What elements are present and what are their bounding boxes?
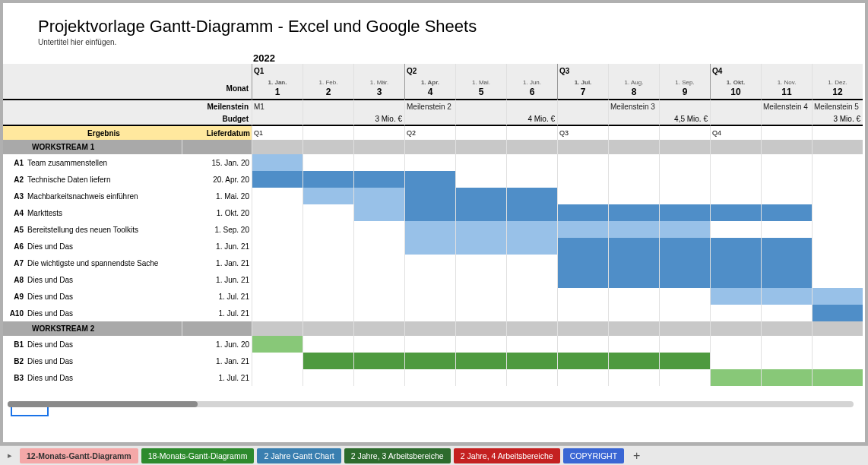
milestone-cell[interactable] (659, 99, 710, 112)
milestone-cell[interactable] (710, 99, 761, 112)
spreadsheet-canvas[interactable]: Projektvorlage Gantt-Diagramm - Excel un… (3, 3, 865, 442)
ergebnis-cell[interactable] (303, 126, 353, 140)
task-row[interactable]: B2Dies und Das1. Jan. 21 (3, 353, 865, 369)
task-row[interactable]: A2Technische Daten liefern20. Apr. 20 (3, 171, 865, 188)
month-cell[interactable]: 1. Sep.9 (659, 78, 710, 99)
page-subtitle: Untertitel hier einfügen. (3, 38, 865, 52)
sheet-tab[interactable]: 2 Jahre, 3 Arbeitsbereiche (344, 448, 451, 463)
quarter-cell[interactable] (353, 64, 404, 78)
milestone-cell[interactable] (557, 99, 608, 112)
month-cell[interactable]: 1. Feb.2 (303, 78, 353, 99)
month-cell[interactable]: 1. Mai.5 (455, 78, 506, 99)
budget-cell[interactable] (455, 112, 506, 126)
ergebnis-cell[interactable] (761, 126, 812, 140)
ergebnis-row: ErgebnisLieferdatumQ1Q2Q3Q4 (3, 126, 865, 140)
budget-cell[interactable]: 4 Mio. € (506, 112, 557, 126)
budget-cell[interactable]: 4,5 Mio. € (659, 112, 710, 126)
quarter-cell[interactable] (455, 64, 506, 78)
quarter-cell[interactable] (659, 64, 710, 78)
month-cell[interactable]: 1. Aug.8 (608, 78, 659, 99)
budget-cell[interactable]: 3 Mio. € (353, 112, 404, 126)
milestone-cell[interactable] (455, 99, 506, 112)
task-row[interactable]: A1Team zusammenstellen15. Jan. 20 (3, 154, 865, 171)
budget-cell[interactable] (252, 112, 303, 126)
sheet-tab[interactable]: 2 Jahre, 4 Arbeitsbereiche (454, 448, 560, 463)
budget-cell[interactable] (608, 112, 659, 126)
sheet-tab[interactable]: 18-Monats-Gantt-Diagramm (141, 448, 255, 463)
workstream-header[interactable]: WORKSTREAM 1 (3, 140, 865, 154)
milestone-cell[interactable]: Meilenstein 3 (608, 99, 659, 112)
add-sheet-button[interactable]: + (627, 449, 646, 463)
lieferdatum-header: Lieferdatum (182, 126, 252, 140)
sheet-tab[interactable]: 2 Jahre Gantt Chart (257, 448, 341, 463)
quarter-cell[interactable] (608, 64, 659, 78)
milestone-cell[interactable] (353, 99, 404, 112)
task-row[interactable]: A10Dies und Das1. Jul. 21 (3, 305, 865, 321)
workstream-header[interactable]: WORKSTREAM 2 (3, 321, 865, 336)
month-cell[interactable]: 1. Nov.11 (761, 78, 812, 99)
month-cell[interactable]: 1. Jul.7 (557, 78, 608, 99)
ergebnis-cell[interactable] (608, 126, 659, 140)
ergebnis-cell[interactable] (353, 126, 404, 140)
milestone-row: MeilensteinM1Meilenstein 2Meilenstein 3M… (3, 99, 865, 112)
milestone-cell[interactable] (506, 99, 557, 112)
horizontal-scrollbar[interactable] (8, 401, 854, 407)
milestone-header: Meilenstein (182, 99, 252, 112)
budget-row: Budget3 Mio. €4 Mio. €4,5 Mio. €3 Mio. € (3, 112, 865, 126)
sheet-tabs: ▸ 12-Monats-Gantt-Diagramm18-Monats-Gant… (0, 445, 868, 465)
task-row[interactable]: A8Dies und Das1. Jun. 21 (3, 271, 865, 288)
quarter-cell[interactable]: Q2 (404, 64, 455, 78)
quarter-cell[interactable]: Q1 (252, 64, 303, 78)
task-row[interactable]: B1Dies und Das1. Jun. 20 (3, 336, 865, 353)
ergebnis-cell[interactable]: Q2 (404, 126, 455, 140)
ergebnis-cell[interactable]: Q4 (710, 126, 761, 140)
ergebnis-cell[interactable] (455, 126, 506, 140)
quarter-cell[interactable] (506, 64, 557, 78)
ergebnis-cell[interactable] (812, 126, 863, 140)
quarter-row: Q1Q2Q3Q4 (3, 64, 865, 78)
task-row[interactable]: B3Dies und Das1. Jul. 21 (3, 369, 865, 386)
milestone-cell[interactable] (303, 99, 353, 112)
ergebnis-cell[interactable] (506, 126, 557, 140)
budget-cell[interactable] (761, 112, 812, 126)
task-row[interactable]: A7Die wichtigste und spannendste Sache1.… (3, 255, 865, 271)
budget-cell[interactable] (710, 112, 761, 126)
quarter-cell[interactable]: Q3 (557, 64, 608, 78)
month-cell[interactable]: 1. Jan.1 (252, 78, 303, 99)
month-header: Monat (182, 78, 252, 99)
task-row[interactable]: A9Dies und Das1. Jul. 21 (3, 288, 865, 305)
ergebnis-cell[interactable]: Q1 (252, 126, 303, 140)
month-cell[interactable]: 1. Apr.4 (404, 78, 455, 99)
quarter-cell[interactable] (761, 64, 812, 78)
month-cell[interactable]: 1. Jun.6 (506, 78, 557, 99)
month-cell[interactable]: 1. Mär.3 (353, 78, 404, 99)
task-row[interactable]: A3Machbarkeitsnachweis einführen1. Mai. … (3, 188, 865, 204)
milestone-cell[interactable]: Meilenstein 5 (812, 99, 863, 112)
budget-cell[interactable] (557, 112, 608, 126)
budget-cell[interactable] (303, 112, 353, 126)
quarter-cell[interactable] (303, 64, 353, 78)
sheet-tab[interactable]: COPYRIGHT (563, 448, 624, 463)
year-label: 2022 (3, 52, 865, 64)
quarter-cell[interactable] (812, 64, 863, 78)
quarter-cell[interactable]: Q4 (710, 64, 761, 78)
ergebnis-cell[interactable]: Q3 (557, 126, 608, 140)
tab-nav-prev[interactable]: ▸ (3, 451, 17, 460)
budget-cell[interactable]: 3 Mio. € (812, 112, 863, 126)
cell-selection[interactable] (11, 406, 49, 416)
page-title: Projektvorlage Gantt-Diagramm - Excel un… (3, 3, 865, 38)
task-row[interactable]: A6Dies und Das1. Jun. 21 (3, 238, 865, 255)
milestone-cell[interactable]: Meilenstein 4 (761, 99, 812, 112)
budget-cell[interactable] (404, 112, 455, 126)
sheet-tab[interactable]: 12-Monats-Gantt-Diagramm (20, 448, 138, 463)
ergebnis-header: Ergebnis (26, 126, 182, 140)
milestone-cell[interactable]: M1 (252, 99, 303, 112)
task-row[interactable]: A4Markttests1. Okt. 20 (3, 204, 865, 221)
month-cell[interactable]: 1. Okt.10 (710, 78, 761, 99)
month-row: Monat1. Jan.11. Feb.21. Mär.31. Apr.41. … (3, 78, 865, 99)
milestone-cell[interactable]: Meilenstein 2 (404, 99, 455, 112)
task-row[interactable]: A5Bereitstellung des neuen Toolkits1. Se… (3, 221, 865, 238)
ergebnis-cell[interactable] (659, 126, 710, 140)
month-cell[interactable]: 1. Dez.12 (812, 78, 863, 99)
budget-header: Budget (182, 112, 252, 126)
